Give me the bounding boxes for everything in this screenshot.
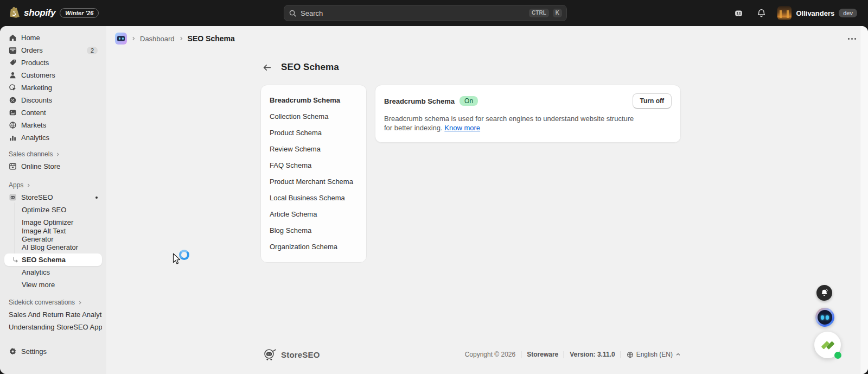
page-title: SEO Schema — [281, 62, 339, 73]
gear-icon — [9, 347, 17, 356]
sidekick-conversations-header[interactable]: Sidekick conversations — [4, 296, 102, 308]
divider — [621, 351, 621, 358]
turn-off-button[interactable]: Turn off — [633, 93, 672, 109]
main-content: Dashboard SEO Schema SEO Schema Breadcru… — [106, 26, 868, 374]
shortcut-key-ctrl: CTRL — [529, 9, 549, 17]
footer-version: Version: 3.11.0 — [570, 351, 615, 358]
discount-icon — [9, 96, 17, 104]
sidebar-item-orders[interactable]: Orders 2 — [4, 44, 102, 56]
storefront-icon — [9, 162, 17, 170]
sidebar-item-seo-schema[interactable]: SEO Schema — [4, 253, 102, 266]
storeseo-sub-nav: Optimize SEO Image Optimizer Image Alt T… — [4, 204, 102, 291]
apps-header[interactable]: Apps — [4, 179, 102, 191]
footer-logo-text: StoreSEO — [281, 350, 320, 359]
notification-fab[interactable] — [816, 285, 832, 301]
admin-surface: Home Orders 2 Products Customers Marketi… — [0, 26, 868, 374]
storeseo-app-icon — [9, 193, 17, 201]
status-badge: On — [459, 96, 478, 106]
globe-icon — [627, 351, 634, 358]
target-icon — [9, 84, 17, 92]
breadcrumb-dashboard-link[interactable]: Dashboard — [140, 35, 175, 43]
footer-logo: StoreSEO — [263, 348, 320, 361]
tag-icon — [9, 59, 17, 67]
storeseo-breadcrumb-icon[interactable] — [115, 33, 127, 45]
arrow-left-icon — [263, 63, 272, 72]
sidebar-item-optimize-seo[interactable]: Optimize SEO — [4, 204, 102, 216]
divider — [564, 351, 564, 358]
know-more-link[interactable]: Know more — [444, 124, 480, 132]
conversation-item-understanding-storeseo[interactable]: Understanding StoreSEO App ... — [4, 321, 102, 333]
sidebar-item-markets[interactable]: Markets — [4, 119, 102, 131]
sidebar-item-view-more[interactable]: View more — [4, 278, 102, 291]
more-actions-button[interactable] — [845, 35, 859, 43]
schema-item-organization[interactable]: Organization Schema — [270, 239, 358, 255]
schema-detail-card: Breadcrumb Schema On Turn off Breadcrumb… — [375, 85, 681, 143]
sidebar-item-customers[interactable]: Customers — [4, 69, 102, 81]
schema-item-faq[interactable]: FAQ Schema — [270, 157, 358, 174]
page-body: SEO Schema Breadcrumb Schema Collection … — [260, 60, 684, 263]
bell-badge-icon — [820, 289, 828, 297]
media-icon — [9, 109, 17, 117]
notifications-button[interactable] — [752, 4, 770, 22]
scrollbar-track[interactable] — [860, 26, 868, 374]
breadcrumb: Dashboard SEO Schema — [115, 31, 859, 46]
chevron-right-icon — [131, 36, 136, 41]
orders-count-badge: 2 — [87, 47, 98, 54]
schema-item-breadcrumb[interactable]: Breadcrumb Schema — [270, 92, 358, 109]
edition-badge[interactable]: Winter '26 — [60, 8, 99, 18]
language-selector[interactable]: English (EN) — [627, 351, 681, 358]
sidebar-item-image-alt-text-generator[interactable]: Image Alt Text Generator — [4, 229, 102, 241]
sidebar-item-ai-blog-generator[interactable]: AI Blog Generator — [4, 241, 102, 253]
sidekick-robot-icon — [734, 9, 743, 18]
breadcrumb-current: SEO Schema — [188, 34, 235, 43]
shopify-logo: shopify — [9, 7, 55, 20]
sidebar-item-settings[interactable]: Settings — [4, 345, 102, 358]
schema-item-collection[interactable]: Collection Schema — [270, 109, 358, 125]
sidebar-item-marketing[interactable]: Marketing — [4, 81, 102, 94]
shortcut-key-k: K — [553, 9, 562, 17]
sidebar-item-home[interactable]: Home — [4, 31, 102, 44]
sidebar-item-storeseo-app[interactable]: StoreSEO — [4, 191, 102, 204]
sidebar-item-products[interactable]: Products — [4, 56, 102, 69]
footer-company: Storeware — [527, 351, 558, 358]
schema-item-review[interactable]: Review Schema — [270, 141, 358, 157]
account-menu[interactable]: Ollivanders dev — [775, 4, 859, 22]
app-pinned-dot — [95, 196, 98, 199]
schema-list-card: Breadcrumb Schema Collection Schema Prod… — [260, 85, 367, 263]
detail-title: Breadcrumb Schema — [384, 97, 455, 105]
footer-meta: Copyright © 2026 Storeware Version: 3.11… — [465, 351, 681, 358]
chevron-right-icon — [26, 183, 31, 188]
schema-item-local-business[interactable]: Local Business Schema — [270, 190, 358, 206]
sidebar-item-online-store[interactable]: Online Store — [4, 160, 102, 173]
sidebar-item-content[interactable]: Content — [4, 106, 102, 119]
sidebar-item-analytics[interactable]: Analytics — [4, 131, 102, 144]
schema-panels: Breadcrumb Schema Collection Schema Prod… — [260, 85, 684, 263]
footer-copyright: Copyright © 2026 — [465, 351, 516, 358]
detail-description: Breadcrumb schema is used for search eng… — [384, 114, 635, 133]
detail-header: Breadcrumb Schema On Turn off — [384, 93, 672, 109]
schema-item-blog[interactable]: Blog Schema — [270, 223, 358, 239]
branch-arrow-icon — [12, 256, 19, 263]
global-search-input[interactable]: Search CTRL K — [284, 5, 567, 21]
sidebar-item-discounts[interactable]: Discounts — [4, 94, 102, 106]
shopify-brand[interactable]: shopify Winter '26 — [9, 0, 99, 26]
schema-item-product[interactable]: Product Schema — [270, 125, 358, 141]
chevron-up-icon — [675, 352, 681, 357]
back-button[interactable] — [260, 61, 273, 74]
sidebar-item-app-analytics[interactable]: Analytics — [4, 266, 102, 278]
schema-item-product-merchant[interactable]: Product Merchant Schema — [270, 174, 358, 190]
chevron-right-icon — [78, 300, 82, 305]
mouse-cursor — [173, 253, 182, 265]
sidebar-nav: Home Orders 2 Products Customers Marketi… — [0, 26, 106, 374]
home-icon — [9, 34, 17, 42]
storeseo-assistant-fab[interactable] — [815, 308, 834, 327]
robot-face-icon — [818, 310, 832, 325]
schema-item-article[interactable]: Article Schema — [270, 206, 358, 223]
app-footer: StoreSEO Copyright © 2026 Storeware Vers… — [263, 347, 681, 362]
chevron-right-icon — [178, 36, 184, 41]
sales-channels-header[interactable]: Sales channels — [4, 148, 102, 160]
conversation-item-sales-return-rate[interactable]: Sales And Return Rate Analyti... — [4, 308, 102, 321]
sidekick-button[interactable] — [730, 4, 747, 22]
topbar: shopify Winter '26 Search CTRL K — [0, 0, 868, 26]
storeseo-cart-logo-icon — [263, 348, 277, 361]
